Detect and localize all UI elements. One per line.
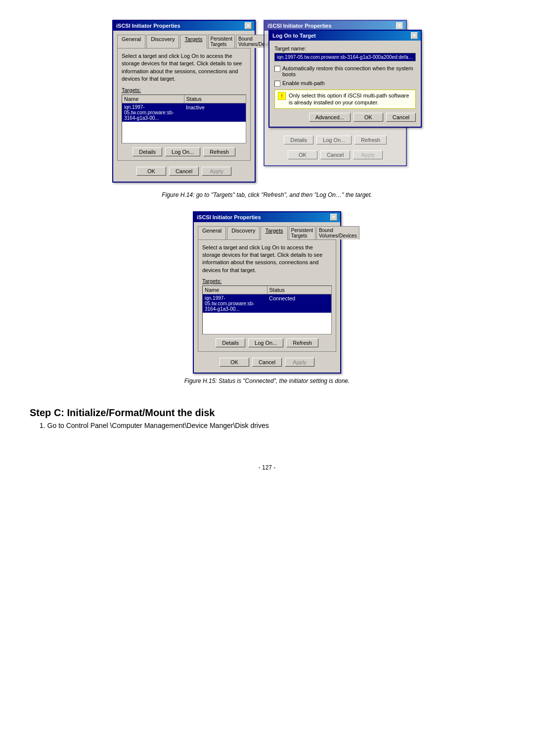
listbox-header-fig15: Name Status	[203, 286, 331, 294]
titlebar-right-bg-title: iSCSI Initiator Properties	[267, 23, 332, 29]
page-number: - 127 -	[259, 464, 276, 471]
figure-h15: iSCSI Initiator Properties ✕ General Dis…	[30, 211, 504, 385]
details-button-right-bg[interactable]: Details	[284, 136, 313, 144]
step-c-item1: 1. Go to Control Panel \Computer Managem…	[40, 422, 504, 429]
warning-row: ! Only select this option if iSCSI multi…	[274, 90, 416, 109]
panel-left: Select a target and click Log On to acce…	[117, 48, 251, 161]
targets-label-left: Targets:	[122, 87, 246, 93]
tab-targets-left[interactable]: Targets	[180, 35, 207, 48]
checkbox1-label: Automatically restore this connection wh…	[282, 65, 416, 77]
listbox-row-left[interactable]: iqn.1997-05.tw.com.proware:sb-3164-g1a3-…	[122, 103, 246, 122]
tab-general-fig15[interactable]: General	[198, 226, 226, 239]
page-content: iSCSI Initiator Properties ✕ General Dis…	[30, 20, 504, 471]
cell-status-fig15: Connected	[267, 294, 331, 313]
cancel-button-right-bg[interactable]: Cancel	[320, 150, 350, 159]
col-status-left: Status	[184, 95, 246, 103]
titlebar-fig15-title: iSCSI Initiator Properties	[197, 214, 261, 220]
tab-persistent-fig15[interactable]: Persistent Targets	[289, 226, 315, 239]
action-buttons-right-bg: Details Log On... Refresh	[268, 136, 402, 144]
ok-button-left[interactable]: OK	[136, 167, 166, 176]
checkbox1-row: Automatically restore this connection wh…	[274, 65, 416, 77]
titlebar-left: iSCSI Initiator Properties ✕	[113, 21, 255, 31]
description-left: Select a target and click Log On to acce…	[122, 52, 246, 83]
listbox-header-left: Name Status	[122, 95, 246, 103]
close-icon-fig15[interactable]: ✕	[330, 214, 337, 221]
target-name-label: Target name:	[274, 46, 416, 51]
apply-button-fig15[interactable]: Apply	[285, 358, 314, 367]
logon-titlebar-buttons: ✕	[411, 32, 418, 39]
titlebar-right-bg-buttons: ✕	[396, 22, 403, 29]
logon-body: Target name: iqn.1997-05.tw.com.proware:…	[269, 41, 421, 127]
description-fig15: Select a target and click Log On to acce…	[202, 244, 332, 275]
targets-label-fig15: Targets:	[202, 278, 332, 284]
targets-listbox-left[interactable]: Name Status iqn.1997-05.tw.com.proware:s…	[122, 94, 246, 143]
col-status-fig15: Status	[267, 286, 332, 294]
refresh-button-left[interactable]: Refresh	[203, 147, 235, 156]
cancel-button-fig15[interactable]: Cancel	[252, 358, 282, 367]
panel-fig15: Select a target and click Log On to acce…	[198, 240, 336, 352]
checkbox2[interactable]	[274, 81, 280, 87]
tabs-left: General Discovery Targets Persistent Tar…	[117, 35, 251, 48]
cell-status-left: Inactive	[184, 103, 246, 122]
action-buttons-left: Details Log On... Refresh	[122, 147, 246, 156]
close-icon-right-bg[interactable]: ✕	[396, 22, 403, 29]
step-c-section: Step C: Initialize/Format/Mount the disk…	[30, 399, 504, 429]
bottom-buttons-left: OK Cancel Apply	[117, 165, 251, 178]
titlebar-left-buttons: ✕	[245, 22, 252, 29]
caption-fig15: Figure H.15: Status is "Connected", the …	[184, 378, 350, 384]
logon-ok-button[interactable]: OK	[354, 113, 383, 122]
titlebar-fig15-buttons: ✕	[330, 214, 337, 221]
tab-bound-fig15[interactable]: Bound Volumes/Devices	[316, 226, 359, 239]
logon-buttons: Advanced... OK Cancel	[274, 113, 416, 122]
warning-text: Only select this option if iSCSI multi-p…	[289, 92, 412, 106]
figure-h14-row: iSCSI Initiator Properties ✕ General Dis…	[30, 20, 504, 183]
warning-icon: !	[278, 92, 286, 100]
target-name-textbox[interactable]: iqn.1997-05.tw.com.proware:sb-3164-g1a3-…	[274, 53, 416, 61]
caption-fig14: Figure H.14: go to "Targets" tab, click …	[162, 191, 372, 198]
apply-button-right-bg[interactable]: Apply	[353, 150, 383, 159]
ok-button-right-bg[interactable]: OK	[288, 150, 317, 159]
cancel-button-left[interactable]: Cancel	[169, 167, 199, 176]
checkbox2-label: Enable multi-path	[282, 80, 325, 86]
advanced-button[interactable]: Advanced...	[309, 113, 351, 122]
tab-persistent-left[interactable]: Persistent Targets	[208, 35, 235, 48]
checkbox1[interactable]	[274, 66, 280, 72]
cell-name-fig15: iqn.1997-05.tw.com.proware:sb-3164-g1a3-…	[203, 294, 267, 313]
col-name-left: Name	[122, 95, 184, 103]
titlebar-right-bg: iSCSI Initiator Properties ✕	[265, 21, 406, 31]
close-icon-logon[interactable]: ✕	[411, 32, 418, 39]
titlebar-left-title: iSCSI Initiator Properties	[116, 23, 180, 29]
iscsi-properties-dialog-fig15: iSCSI Initiator Properties ✕ General Dis…	[193, 211, 341, 374]
cell-name-left: iqn.1997-05.tw.com.proware:sb-3164-g1a3-…	[122, 103, 184, 122]
tab-general-left[interactable]: General	[117, 35, 145, 48]
iscsi-properties-dialog-left: iSCSI Initiator Properties ✕ General Dis…	[112, 20, 256, 183]
refresh-button-fig15[interactable]: Refresh	[286, 338, 318, 347]
logon-title: Log On to Target	[272, 33, 316, 39]
checkbox2-row: Enable multi-path	[274, 80, 416, 87]
apply-button-left[interactable]: Apply	[202, 167, 231, 176]
tab-discovery-fig15[interactable]: Discovery	[227, 226, 260, 239]
step-c-heading: Step C: Initialize/Format/Mount the disk	[30, 407, 504, 419]
logon-cancel-button[interactable]: Cancel	[386, 113, 416, 122]
details-button-fig15[interactable]: Details	[216, 338, 245, 347]
dialog-body-fig15: General Discovery Targets Persistent Tar…	[194, 222, 340, 373]
tab-discovery-left[interactable]: Discovery	[146, 35, 179, 48]
logon-button-right-bg[interactable]: Log On...	[316, 136, 352, 144]
logon-titlebar: Log On to Target ✕	[269, 31, 421, 41]
col-name-fig15: Name	[203, 286, 267, 294]
logon-dialog: Log On to Target ✕ Target name: iqn.1997…	[268, 30, 422, 128]
logon-button-fig15[interactable]: Log On...	[248, 338, 283, 347]
close-icon-left[interactable]: ✕	[245, 22, 252, 29]
targets-listbox-fig15[interactable]: Name Status iqn.1997-05.tw.com.proware:s…	[202, 285, 332, 334]
tab-targets-fig15[interactable]: Targets	[261, 226, 287, 240]
listbox-body-left: iqn.1997-05.tw.com.proware:sb-3164-g1a3-…	[122, 103, 246, 143]
listbox-body-fig15: iqn.1997-05.tw.com.proware:sb-3164-g1a3-…	[203, 294, 331, 334]
bottom-buttons-right-bg: OK Cancel Apply	[268, 148, 402, 161]
listbox-row-fig15[interactable]: iqn.1997-05.tw.com.proware:sb-3164-g1a3-…	[203, 294, 331, 313]
details-button-left[interactable]: Details	[133, 147, 162, 156]
tabs-fig15: General Discovery Targets Persistent Tar…	[198, 226, 336, 240]
refresh-button-right-bg[interactable]: Refresh	[355, 136, 387, 144]
logon-button-left[interactable]: Log On...	[165, 147, 200, 156]
right-dialog-container: iSCSI Initiator Properties ✕ Details Log…	[264, 20, 422, 178]
ok-button-fig15[interactable]: OK	[220, 358, 249, 367]
